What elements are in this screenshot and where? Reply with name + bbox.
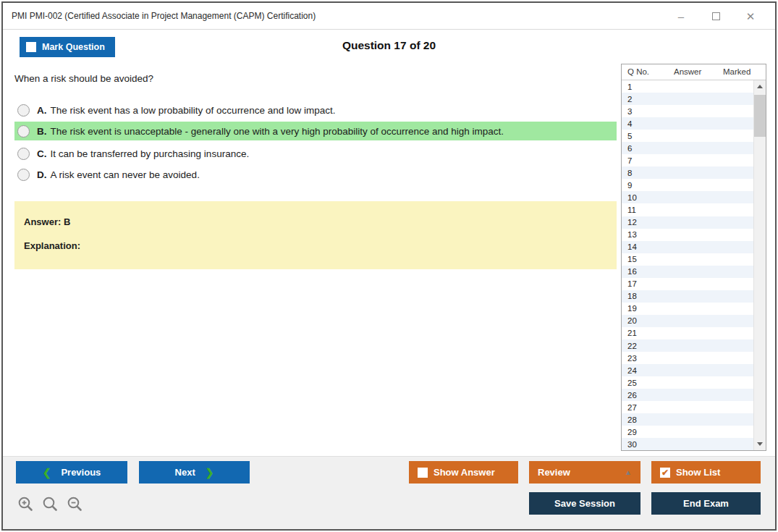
question-list-row[interactable]: 8 — [622, 166, 753, 179]
question-list-row[interactable]: 17 — [622, 278, 753, 290]
subheader: Mark Question Question 17 of 20 — [3, 30, 775, 64]
question-list-row[interactable]: 12 — [622, 216, 753, 229]
question-list-row[interactable]: 4 — [622, 117, 753, 130]
review-label: Review — [538, 467, 570, 478]
zoom-in-icon[interactable] — [17, 496, 35, 513]
close-button[interactable]: ✕ — [739, 7, 762, 26]
explanation-label: Explanation: — [24, 240, 617, 251]
question-list-row[interactable]: 2 — [622, 93, 753, 105]
chevron-left-icon: ❮ — [43, 467, 51, 478]
radio-button-d[interactable] — [17, 169, 30, 181]
question-list-row[interactable]: 6 — [622, 142, 753, 154]
question-list-panel: Q No. Answer Marked 12345678910111213141… — [621, 64, 766, 451]
column-header-answer: Answer — [674, 67, 701, 76]
zoom-toolbar — [17, 496, 84, 513]
footer-bar: ❮ Previous Next ❯ Show Answer Review ▲ ✔… — [3, 456, 775, 529]
close-icon: ✕ — [746, 10, 756, 23]
answer-label: Answer: B — [24, 216, 617, 227]
question-list-row[interactable]: 23 — [622, 352, 753, 364]
radio-button-b[interactable] — [17, 125, 30, 138]
question-list-row[interactable]: 9 — [622, 179, 753, 191]
previous-button[interactable]: ❮ Previous — [16, 461, 127, 484]
end-exam-label: End Exam — [683, 498, 729, 509]
question-counter: Question 17 of 20 — [3, 39, 775, 52]
option-letter: B. — [37, 126, 47, 137]
window-controls: – ✕ — [669, 3, 762, 30]
question-list-row[interactable]: 7 — [622, 154, 753, 166]
save-session-button[interactable]: Save Session — [529, 492, 640, 515]
scroll-up-icon[interactable] — [754, 80, 766, 93]
question-text: When a risk should be avoided? — [14, 73, 153, 84]
question-list-row[interactable]: 19 — [622, 303, 753, 315]
previous-label: Previous — [61, 467, 101, 478]
question-list-row[interactable]: 24 — [622, 364, 753, 376]
option-text: The risk event is unacceptable - general… — [51, 126, 504, 137]
question-list-row[interactable]: 29 — [622, 426, 753, 438]
minimize-icon: – — [678, 10, 684, 22]
review-button[interactable]: Review ▲ — [529, 461, 640, 484]
chevron-right-icon: ❯ — [206, 467, 214, 478]
question-list-row[interactable]: 26 — [622, 389, 753, 401]
question-list-row[interactable]: 10 — [622, 191, 753, 203]
question-list-row[interactable]: 21 — [622, 327, 753, 339]
exam-window: PMI PMI-002 (Certified Associate in Proj… — [1, 1, 777, 531]
show-list-label: Show List — [676, 467, 720, 478]
radio-button-c[interactable] — [17, 148, 30, 160]
scrollbar-thumb[interactable] — [754, 95, 766, 137]
question-list-row[interactable]: 30 — [622, 438, 753, 450]
question-list-row[interactable]: 5 — [622, 130, 753, 142]
question-list-row[interactable]: 16 — [622, 266, 753, 278]
scrollbar[interactable] — [753, 80, 766, 450]
show-answer-label: Show Answer — [434, 467, 495, 478]
option-text: It can be transferred by purchasing insu… — [51, 148, 250, 159]
end-exam-button[interactable]: End Exam — [651, 492, 761, 515]
question-list-row[interactable]: 27 — [622, 401, 753, 413]
question-list-row[interactable]: 3 — [622, 105, 753, 117]
option-row-d: D. A risk event can never be avoided. — [14, 165, 617, 184]
titlebar: PMI PMI-002 (Certified Associate in Proj… — [3, 3, 775, 30]
show-answer-checkbox-icon — [418, 468, 428, 478]
question-list-row[interactable]: 22 — [622, 339, 753, 352]
option-text: The risk event has a low probability of … — [51, 105, 336, 116]
minimize-button[interactable]: – — [669, 7, 693, 26]
question-list-body: 1234567891011121314151617181920212223242… — [622, 80, 753, 450]
show-list-button[interactable]: ✔ Show List — [651, 461, 761, 484]
question-list-row[interactable]: 13 — [622, 229, 753, 241]
option-row-a: A. The risk event has a low probability … — [14, 101, 617, 119]
question-list-row[interactable]: 15 — [622, 253, 753, 266]
option-letter: D. — [37, 169, 47, 180]
next-button[interactable]: Next ❯ — [139, 461, 250, 484]
next-label: Next — [175, 467, 195, 478]
question-list-row[interactable]: 1 — [622, 80, 753, 93]
option-text: A risk event can never be avoided. — [51, 169, 200, 180]
maximize-button[interactable] — [704, 7, 727, 26]
maximize-icon — [712, 12, 720, 20]
option-letter: A. — [37, 105, 47, 116]
zoom-out-icon[interactable] — [67, 496, 84, 513]
option-row-c: C. It can be transferred by purchasing i… — [14, 144, 617, 163]
option-row-b: B. The risk event is unacceptable - gene… — [14, 122, 617, 140]
question-list-row[interactable]: 11 — [622, 203, 753, 216]
show-answer-button[interactable]: Show Answer — [409, 461, 518, 484]
answer-box: Answer: B Explanation: — [14, 201, 617, 269]
scroll-down-icon[interactable] — [754, 438, 766, 450]
zoom-reset-icon[interactable] — [42, 496, 59, 513]
question-list-row[interactable]: 28 — [622, 413, 753, 426]
question-list-row[interactable]: 20 — [622, 315, 753, 327]
show-list-checkbox-icon: ✔ — [660, 468, 670, 478]
window-title: PMI PMI-002 (Certified Associate in Proj… — [12, 11, 316, 21]
caret-up-icon: ▲ — [625, 468, 632, 476]
question-list-row[interactable]: 25 — [622, 376, 753, 389]
column-header-marked: Marked — [723, 67, 750, 76]
option-letter: C. — [37, 148, 47, 159]
radio-button-a[interactable] — [17, 104, 30, 117]
column-header-qno: Q No. — [627, 67, 649, 76]
question-list-row[interactable]: 14 — [622, 241, 753, 253]
save-session-label: Save Session — [554, 498, 615, 509]
question-list-header: Q No. Answer Marked — [622, 64, 766, 80]
question-list-row[interactable]: 18 — [622, 290, 753, 303]
